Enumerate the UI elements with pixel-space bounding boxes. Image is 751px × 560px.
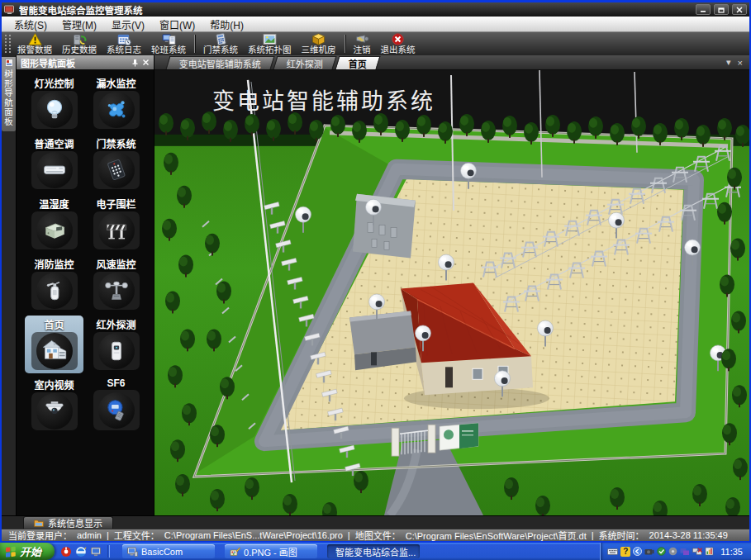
toolbar-exit[interactable]: 退出系统	[376, 33, 421, 55]
restore-icon	[718, 7, 725, 13]
quick-launch	[55, 543, 116, 560]
content-area: 树形导航面板 图形导航面板 灯光控制 漏水监控 普通空调	[2, 55, 749, 515]
status-separator: |	[348, 530, 350, 540]
task-button-basiccom[interactable]: BasicCom	[122, 544, 215, 558]
menu-display[interactable]: 显示(V)	[104, 17, 152, 32]
start-button[interactable]: 开始	[0, 543, 55, 560]
home-icon	[41, 338, 68, 364]
app-icon	[4, 5, 16, 15]
computer-icon	[127, 547, 138, 557]
substation-3d-scene[interactable]: 变电站智能辅助系统	[154, 70, 749, 515]
menu-manage[interactable]: 管理(M)	[55, 17, 104, 32]
tab-infrared[interactable]: 红外探测	[273, 56, 337, 69]
windows-flag-icon	[5, 546, 17, 558]
shift-system-icon	[162, 33, 176, 45]
status-time-value: 2014-3-28 11:35:49	[649, 530, 728, 540]
green-status-tray-icon[interactable]	[657, 547, 666, 556]
system-log-icon	[117, 33, 131, 45]
tree-nav-panel-tab[interactable]: 树形导航面板	[2, 57, 16, 131]
nav-item-temp-humidity[interactable]: 温湿度	[25, 195, 83, 253]
anemometer-icon	[104, 278, 129, 303]
collapse-tray-icon[interactable]	[633, 547, 642, 556]
network-error-tray-icon[interactable]	[692, 548, 702, 556]
fire-extinguisher-icon	[42, 278, 67, 303]
nav-item-home[interactable]: 首页	[25, 316, 83, 373]
panel-title: 图形导航面板	[21, 56, 128, 69]
tab-close-icon[interactable]: ×	[738, 58, 743, 68]
left-dock-strip: 树形导航面板	[2, 55, 17, 515]
taskbar-clock: 11:35	[720, 547, 743, 557]
nav-item-water-leak[interactable]: 漏水监控	[87, 74, 145, 132]
panel-header: 图形导航面板	[17, 55, 154, 69]
toolbar-access-control[interactable]: 门禁系统	[198, 33, 243, 55]
disc-tray-icon[interactable]	[668, 547, 677, 556]
topology-picture-icon	[263, 33, 277, 45]
status-separator: |	[592, 530, 594, 540]
nav-item-wind-speed[interactable]: 风速监控	[87, 255, 145, 313]
tab-home[interactable]: 首页	[335, 56, 381, 69]
task-button-app[interactable]: 智能变电站综合监...	[327, 544, 420, 558]
infrared-detector-icon	[104, 339, 129, 363]
status-separator: |	[107, 530, 109, 540]
help-tray-icon[interactable]: ?	[620, 547, 630, 557]
red-app-icon[interactable]	[60, 546, 72, 558]
graphic-nav-panel: 图形导航面板 灯光控制 漏水监控 普通空调 门禁系统	[17, 55, 154, 515]
status-project-label: 工程文件：	[114, 529, 159, 541]
system-info-tab[interactable]: 系统信息显示	[23, 516, 113, 529]
nav-item-indoor-video[interactable]: 室内视频	[25, 376, 83, 434]
camera-tray-icon[interactable]	[644, 548, 654, 556]
document-tab-strip: 变电站智能辅助系统 红外探测 首页 ▾ ×	[154, 55, 749, 70]
nav-item-lighting[interactable]: 灯光控制	[25, 74, 83, 132]
toolbar-system-log[interactable]: 系统日志	[102, 33, 146, 55]
internet-explorer-icon[interactable]	[75, 546, 87, 558]
nav-item-fire-monitoring[interactable]: 消防监控	[25, 255, 83, 313]
door-keypad-icon	[104, 158, 129, 183]
status-map-label: 地图文件：	[355, 529, 401, 541]
menu-window[interactable]: 窗口(W)	[152, 17, 202, 32]
toolbar-grip[interactable]	[5, 35, 11, 53]
panel-body: 灯光控制 漏水监控 普通空调 门禁系统 温湿度	[17, 69, 154, 515]
electric-fence-icon	[104, 218, 129, 243]
app-window: 智能变电站综合监控管理系统 系统(S) 管理(M) 显示(V) 窗口(W) 帮助…	[0, 0, 751, 543]
desktop: 智能变电站综合监控管理系统 系统(S) 管理(M) 显示(V) 窗口(W) 帮助…	[0, 0, 751, 560]
tab-list-dropdown-icon[interactable]: ▾	[726, 57, 731, 68]
main-area: 变电站智能辅助系统 红外探测 首页 ▾ ×	[154, 55, 749, 515]
pin-icon[interactable]	[131, 59, 139, 67]
status-bar: 当前登录用户： admin | 工程文件： C:\Program Files\E…	[2, 529, 749, 541]
nav-item-access-control[interactable]: 门禁系统	[87, 135, 145, 192]
toolbar-logout[interactable]: 注销	[349, 33, 376, 55]
media-app-icon[interactable]	[90, 546, 102, 558]
nav-item-air-conditioner[interactable]: 普通空调	[25, 135, 83, 192]
menu-system[interactable]: 系统(S)	[7, 17, 55, 32]
close-button[interactable]	[732, 4, 747, 15]
task-button-paint[interactable]: 0.PNG - 画图	[225, 544, 317, 558]
app-pair-tray-icon[interactable]	[680, 548, 690, 556]
toolbar-shift-system[interactable]: 轮班系统	[146, 33, 191, 55]
tree-panel-icon	[5, 59, 13, 67]
access-keypad-icon	[214, 33, 228, 45]
close-icon	[736, 7, 743, 13]
scene-viewport: 变电站智能辅助系统	[154, 70, 749, 515]
paint-icon	[230, 547, 240, 557]
minimize-icon	[700, 7, 706, 12]
alarm-warning-icon	[28, 33, 42, 45]
toolbar-history-data[interactable]: 历史数据	[57, 33, 102, 55]
quick-launch-separator	[107, 545, 110, 558]
toolbar-alarm-data[interactable]: 报警数据	[12, 33, 57, 55]
tab-substation-system[interactable]: 变电站智能辅助系统	[166, 56, 275, 69]
nav-item-sf6[interactable]: SF6	[87, 376, 145, 434]
gas-detector-icon	[104, 398, 129, 423]
water-leak-icon	[104, 97, 129, 122]
restore-button[interactable]	[714, 4, 729, 15]
panel-close-icon[interactable]	[142, 59, 150, 66]
logout-icon	[355, 33, 369, 45]
toolbar-3d-room[interactable]: 三维机房	[297, 33, 341, 55]
menu-help[interactable]: 帮助(H)	[202, 17, 251, 32]
nav-item-infrared[interactable]: 红外探测	[87, 316, 145, 373]
minimize-button[interactable]	[696, 4, 711, 15]
nav-item-electric-fence[interactable]: 电子围栏	[87, 195, 145, 253]
toolbar-topology[interactable]: 系统拓扑图	[243, 33, 297, 55]
toolbar-separator	[194, 35, 195, 53]
keyboard-tray-icon[interactable]	[607, 548, 618, 556]
chart-tray-icon[interactable]	[705, 547, 714, 556]
